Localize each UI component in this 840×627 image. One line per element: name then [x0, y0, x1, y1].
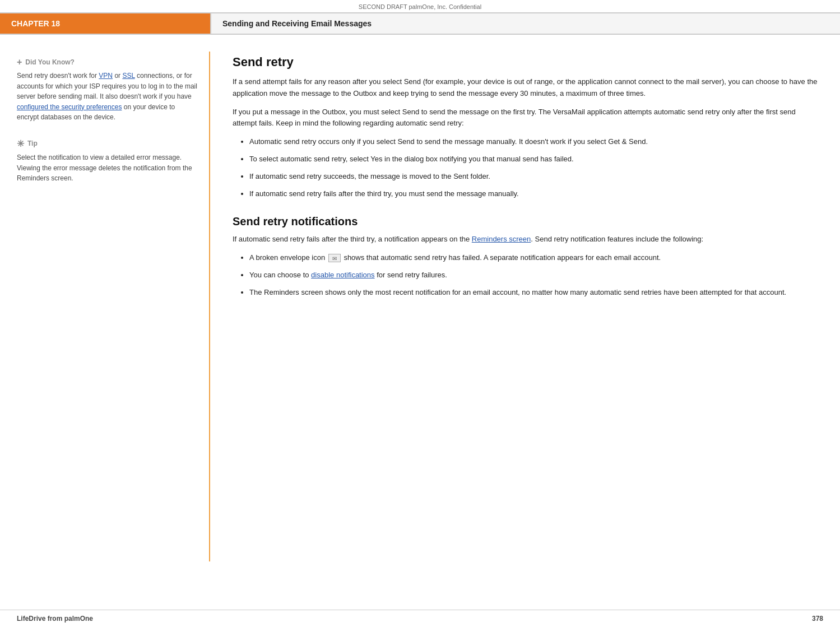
sidebar: + Did You Know? Send retry doesn't work … [0, 52, 210, 561]
send-retry-notifications-title: Send retry notifications [233, 215, 818, 228]
star-icon: ✳ [17, 138, 24, 149]
send-retry-title: Send retry [233, 55, 818, 69]
main-content: + Did You Know? Send retry doesn't work … [0, 35, 840, 561]
did-you-know-heading: + Did You Know? [17, 57, 198, 67]
footer-right: 378 [812, 615, 823, 623]
bullet-item: If automatic send retry fails after the … [249, 188, 818, 200]
chapter-label: CHAPTER 18 [0, 13, 210, 34]
did-you-know-label: Did You Know? [25, 58, 75, 66]
plus-icon: + [17, 57, 22, 67]
bullet-item: To select automatic send retry, select Y… [249, 154, 818, 165]
did-you-know-section: + Did You Know? Send retry doesn't work … [17, 57, 198, 123]
send-retry-bullets: Automatic send retry occurs only if you … [238, 136, 818, 199]
disable-notifications-link[interactable]: disable notifications [311, 271, 374, 279]
send-retry-notifications-para1: If automatic send retry fails after the … [233, 234, 818, 245]
bullet-item: A broken envelope icon ✉︎ shows that aut… [249, 252, 818, 264]
bullet-item: You can choose to disable notifications … [249, 270, 818, 281]
content-area: Send retry If a send attempt fails for a… [210, 52, 840, 561]
reminders-screen-link[interactable]: Reminders screen [472, 235, 531, 243]
watermark-text: SECOND DRAFT palmOne, Inc. Confidential [0, 0, 840, 12]
tip-heading: ✳ Tip [17, 138, 198, 149]
vpn-link[interactable]: VPN [99, 72, 113, 80]
chapter-header: CHAPTER 18 Sending and Receiving Email M… [0, 12, 840, 35]
bullet-item: If automatic send retry succeeds, the me… [249, 171, 818, 183]
chapter-title: Sending and Receiving Email Messages [210, 13, 840, 34]
tip-section: ✳ Tip Select the notification to view a … [17, 138, 198, 184]
did-you-know-text: Send retry doesn't work for VPN or SSL c… [17, 71, 198, 123]
footer-left: LifeDrive from palmOne [17, 615, 93, 623]
page-footer: LifeDrive from palmOne 378 [0, 610, 840, 627]
broken-envelope-icon: ✉︎ [328, 254, 341, 262]
tip-text: Select the notification to view a detail… [17, 152, 198, 184]
send-retry-para1: If a send attempt fails for any reason a… [233, 76, 818, 100]
ssl-link[interactable]: SSL [122, 72, 134, 80]
send-retry-para2: If you put a message in the Outbox, you … [233, 106, 818, 130]
send-retry-notifications-bullets: A broken envelope icon ✉︎ shows that aut… [238, 252, 818, 298]
security-prefs-link[interactable]: configured the security preferences [17, 103, 122, 111]
bullet-item: The Reminders screen shows only the most… [249, 287, 818, 299]
bullet-item: Automatic send retry occurs only if you … [249, 136, 818, 148]
tip-label: Tip [27, 140, 38, 147]
